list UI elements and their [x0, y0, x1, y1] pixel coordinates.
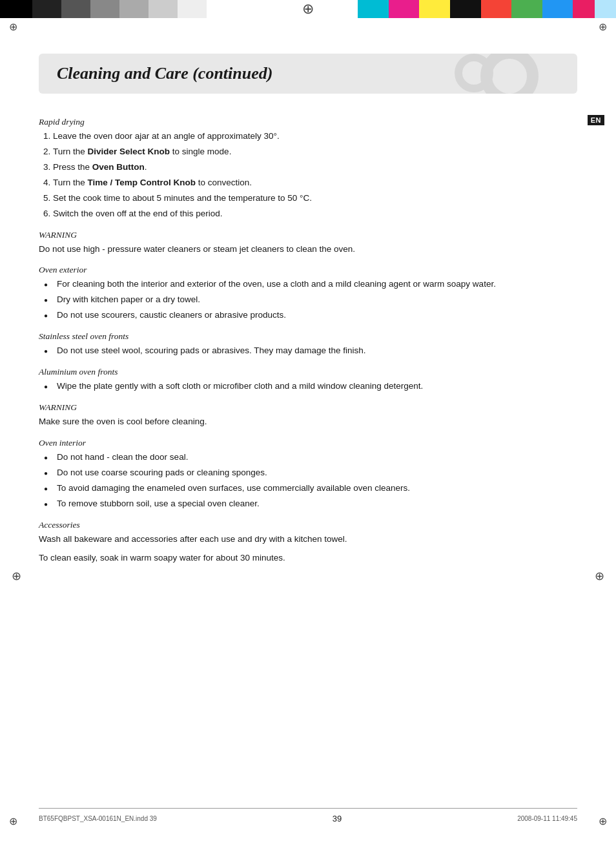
warning1-label: WARNING — [39, 230, 577, 240]
stainless-item-1: Do not use steel wool, scouring pads or … — [44, 344, 577, 358]
section-oven-exterior-label: Oven exterior — [39, 265, 577, 275]
step-6: Switch the oven off at the end of this p… — [53, 207, 577, 221]
footer-right-text: 2008-09-11 11:49:45 — [517, 815, 577, 822]
warning1-text: Do not use high - pressure water cleaner… — [39, 243, 577, 256]
page-number: 39 — [157, 814, 517, 823]
color-swatch-black1 — [0, 0, 32, 18]
divider-select-knob-bold: Divider Select Knob — [88, 147, 170, 156]
corner-mark-top-left: ⊕ — [9, 21, 17, 33]
side-crosshair-left: ⊕ — [12, 569, 21, 583]
accessories-text1: Wash all bakeware and accessories after … — [39, 533, 577, 546]
oven-exterior-item-2: Dry with kitchen paper or a dry towel. — [44, 293, 577, 307]
warning2-label: WARNING — [39, 402, 577, 413]
section-stainless-label: Stainless steel oven fronts — [39, 331, 577, 342]
color-swatch-gray1 — [61, 0, 90, 18]
step-1: Leave the oven door ajar at an angle of … — [53, 130, 577, 143]
section-accessories-label: Accessories — [39, 520, 577, 530]
stainless-steel-list: Do not use steel wool, scouring pads or … — [44, 344, 577, 358]
color-swatch-black3 — [450, 0, 481, 18]
step-4: Turn the Time / Temp Control Knob to con… — [53, 176, 577, 190]
section-oven-interior-label: Oven interior — [39, 438, 577, 448]
color-bar-center-crosshair: ⊕ — [258, 0, 358, 18]
warning2-text: Make sure the oven is cool before cleani… — [39, 415, 577, 429]
oven-interior-item-3: To avoid damaging the enameled oven surf… — [44, 482, 577, 495]
oven-interior-list: Do not hand - clean the door seal. Do no… — [44, 451, 577, 511]
footer: BT65FQBPST_XSA-00161N_EN.indd 39 39 2008… — [39, 808, 577, 823]
aluminium-list: Wipe the plate gently with a soft cloth … — [44, 380, 577, 393]
color-bar-left — [0, 0, 258, 18]
section-aluminium-label: Aluminium oven fronts — [39, 367, 577, 377]
oven-interior-item-1: Do not hand - clean the door seal. — [44, 451, 577, 464]
oven-interior-item-2: Do not use coarse scouring pads or clean… — [44, 466, 577, 480]
oven-button-bold: Oven Button — [92, 162, 145, 172]
oven-interior-item-4: To remove stubborn soil, use a special o… — [44, 497, 577, 511]
color-swatch-magenta — [389, 0, 420, 18]
color-swatch-blue — [542, 0, 573, 18]
rapid-drying-steps: Leave the oven door ajar at an angle of … — [53, 130, 577, 221]
color-swatch-cyan — [358, 0, 389, 18]
footer-left-text: BT65FQBPST_XSA-00161N_EN.indd 39 — [39, 815, 157, 822]
oven-exterior-list: For cleaning both the interior and exter… — [44, 278, 577, 322]
step-2: Turn the Divider Select Knob to single m… — [53, 145, 577, 159]
oven-exterior-item-3: Do not use scourers, caustic cleaners or… — [44, 309, 577, 322]
color-swatch-white2 — [207, 0, 236, 18]
color-swatch-gray4 — [149, 0, 178, 18]
side-crosshair-right: ⊕ — [595, 569, 604, 583]
corner-mark-top-right: ⊕ — [599, 21, 607, 33]
color-bar-right — [358, 0, 616, 18]
corner-mark-bottom-right: ⊕ — [599, 815, 607, 827]
language-badge: EN — [588, 115, 604, 125]
step-3: Press the Oven Button. — [53, 161, 577, 174]
accessories-text2: To clean easily, soak in warm soapy wate… — [39, 552, 577, 565]
corner-mark-bottom-left: ⊕ — [9, 815, 17, 827]
color-swatch-gray2 — [90, 0, 119, 18]
color-swatch-light-blue — [595, 0, 616, 18]
color-swatch-gray3 — [119, 0, 149, 18]
color-swatch-green — [511, 0, 542, 18]
time-temp-knob-bold: Time / Temp Control Knob — [88, 178, 196, 187]
page-header: Cleaning and Care (continued) — [39, 54, 577, 94]
step-5: Set the cook time to about 5 minutes and… — [53, 192, 577, 205]
color-bar-top: ⊕ — [0, 0, 616, 18]
color-swatch-pink — [573, 0, 594, 18]
color-swatch-black2 — [32, 0, 61, 18]
main-content: Rapid drying Leave the oven door ajar at… — [39, 94, 577, 565]
color-swatch-red — [481, 0, 512, 18]
oven-exterior-item-1: For cleaning both the interior and exter… — [44, 278, 577, 291]
aluminium-item-1: Wipe the plate gently with a soft cloth … — [44, 380, 577, 393]
color-swatch-white1 — [178, 0, 207, 18]
color-swatch-yellow — [419, 0, 450, 18]
section-rapid-drying-label: Rapid drying — [39, 117, 577, 127]
